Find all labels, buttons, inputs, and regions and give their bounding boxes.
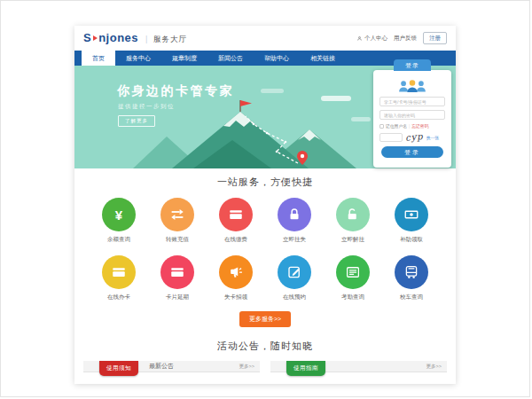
page: Snjones | 服务大厅 个人中心 用户反馈 注册 首页 服务中心 规章制度… bbox=[74, 26, 456, 384]
forgot-password-link[interactable]: 忘记密码 bbox=[411, 123, 428, 129]
service-report-loss[interactable]: 立即挂失 bbox=[265, 198, 324, 244]
megaphone-icon bbox=[228, 264, 244, 280]
service-school-bus-inquiry[interactable]: 校车查询 bbox=[382, 255, 441, 301]
service-card-extension[interactable]: 卡片延期 bbox=[148, 255, 207, 301]
header-right: 个人中心 用户反馈 注册 bbox=[356, 32, 447, 44]
lock-icon bbox=[286, 207, 302, 223]
captcha-image[interactable]: cyp bbox=[404, 131, 424, 143]
yen-icon: ¥ bbox=[115, 207, 122, 223]
remember-checkbox[interactable] bbox=[379, 124, 384, 129]
bus-icon bbox=[403, 264, 419, 280]
captcha-row: cyp 换一张 bbox=[379, 132, 445, 142]
service-cancel-loss[interactable]: 立即解挂 bbox=[324, 198, 382, 244]
service-circle bbox=[336, 198, 370, 231]
service-circle bbox=[336, 255, 370, 289]
nav-item-home[interactable]: 首页 bbox=[82, 51, 115, 66]
service-label: 立即挂失 bbox=[283, 236, 306, 244]
service-circle bbox=[278, 198, 311, 231]
service-online-card-apply[interactable]: 在线办卡 bbox=[90, 255, 148, 301]
login-options-row: 记住用户名 | 忘记密码 bbox=[379, 123, 445, 129]
service-circle bbox=[395, 198, 428, 231]
service-circle: ¥ bbox=[102, 198, 136, 231]
unlock-icon bbox=[345, 207, 361, 223]
list-icon bbox=[345, 264, 361, 280]
service-label: 余额查询 bbox=[107, 236, 130, 244]
guide-panel: 使用指南 更多>> bbox=[270, 361, 447, 384]
remember-label: 记住用户名 bbox=[386, 123, 407, 129]
service-label: 在线预约 bbox=[283, 293, 306, 301]
banknote-icon bbox=[403, 207, 419, 223]
announcement-panels: 使用须知 最新公告 更多>> 使用指南 更多>> bbox=[74, 353, 456, 384]
notice-panel: 使用须知 最新公告 更多>> bbox=[83, 361, 260, 384]
nav-item-links[interactable]: 相关链接 bbox=[300, 51, 346, 66]
service-balance-inquiry[interactable]: ¥ 余额查询 bbox=[90, 198, 148, 244]
service-circle bbox=[278, 255, 311, 289]
nav-item-help[interactable]: 帮助中心 bbox=[254, 51, 300, 66]
login-tab[interactable]: 登录 bbox=[394, 59, 431, 71]
service-online-payment[interactable]: 在线缴费 bbox=[207, 198, 265, 244]
service-label: 在线办卡 bbox=[107, 293, 130, 301]
announcements-title: 活动公告，随时知晓 bbox=[74, 340, 456, 353]
services-section: 一站服务，方便快捷 ¥ 余额查询 转账充值 bbox=[74, 168, 456, 327]
usage-notice-ribbon-tab[interactable]: 使用须知 bbox=[99, 361, 138, 376]
password-input[interactable] bbox=[379, 110, 445, 120]
card-icon bbox=[228, 207, 244, 223]
captcha-input[interactable] bbox=[379, 133, 403, 142]
personal-center-link[interactable]: 个人中心 bbox=[356, 35, 387, 43]
personal-center-label: 个人中心 bbox=[364, 35, 387, 43]
cloud-icon bbox=[261, 89, 284, 93]
user-feedback-label: 用户反馈 bbox=[394, 35, 417, 43]
notice-more-link[interactable]: 更多>> bbox=[239, 364, 254, 370]
guide-more-link[interactable]: 更多>> bbox=[426, 364, 442, 370]
notice-panel-header: 使用须知 最新公告 更多>> bbox=[83, 361, 260, 372]
top-header: Snjones | 服务大厅 个人中心 用户反馈 注册 bbox=[74, 26, 456, 51]
service-circle bbox=[219, 198, 253, 231]
services-title: 一站服务，方便快捷 bbox=[74, 176, 456, 189]
service-circle bbox=[160, 255, 194, 289]
more-services-button[interactable]: 更多服务>> bbox=[239, 311, 291, 327]
service-circle bbox=[395, 255, 428, 289]
transfer-icon bbox=[169, 207, 185, 223]
latest-announcements-tab[interactable]: 最新公告 bbox=[149, 362, 174, 371]
mountain-illustration-icon bbox=[121, 98, 360, 168]
login-submit-button[interactable]: 登录 bbox=[381, 146, 443, 158]
logo-suffix: njones bbox=[98, 31, 138, 44]
service-subsidy-collect[interactable]: 补助领取 bbox=[382, 198, 441, 244]
service-label: 校车查询 bbox=[400, 293, 423, 301]
service-transfer-recharge[interactable]: 转账充值 bbox=[148, 198, 207, 244]
service-grid: ¥ 余额查询 转账充值 在线缴费 bbox=[74, 198, 456, 301]
usage-guide-ribbon-tab[interactable]: 使用指南 bbox=[286, 361, 325, 376]
register-button[interactable]: 注册 bbox=[423, 32, 447, 44]
announcements-section: 活动公告，随时知晓 使用须知 最新公告 更多>> 使用指南 更多>> bbox=[74, 327, 456, 384]
nav-item-news[interactable]: 新闻公告 bbox=[207, 51, 254, 66]
service-label: 转账充值 bbox=[166, 236, 189, 244]
captcha-refresh-link[interactable]: 换一张 bbox=[426, 135, 439, 140]
users-group-icon bbox=[373, 79, 451, 93]
divider: | bbox=[409, 124, 410, 129]
person-icon bbox=[356, 35, 363, 42]
card-icon bbox=[169, 264, 185, 280]
pencil-icon bbox=[286, 264, 302, 280]
user-feedback-link[interactable]: 用户反馈 bbox=[394, 35, 417, 43]
service-label: 卡片延期 bbox=[166, 293, 189, 301]
logo: Snjones | 服务大厅 bbox=[83, 31, 187, 45]
guide-panel-header: 使用指南 更多>> bbox=[270, 361, 447, 372]
username-input[interactable] bbox=[379, 97, 445, 106]
service-circle bbox=[102, 255, 136, 289]
nav-item-service-center[interactable]: 服务中心 bbox=[115, 51, 161, 66]
service-label: 补助领取 bbox=[400, 236, 423, 244]
service-lost-card-claim[interactable]: 失卡招领 bbox=[207, 255, 265, 301]
nav-item-rules[interactable]: 规章制度 bbox=[161, 51, 207, 66]
logo-arrow-icon bbox=[93, 35, 98, 41]
logo-divider: | bbox=[145, 35, 148, 43]
logo-prefix: S bbox=[83, 31, 91, 44]
service-circle bbox=[160, 198, 194, 231]
service-attendance-inquiry[interactable]: 考勤查询 bbox=[324, 255, 382, 301]
service-label: 立即解挂 bbox=[341, 236, 364, 244]
card-icon bbox=[111, 264, 127, 280]
login-panel: 登录 记住用户名 | 忘记密码 cyp 换一张 登录 bbox=[373, 70, 451, 168]
service-online-booking[interactable]: 在线预约 bbox=[265, 255, 324, 301]
service-label: 失卡招领 bbox=[224, 293, 247, 301]
screenshot-frame: Snjones | 服务大厅 个人中心 用户反馈 注册 首页 服务中心 规章制度… bbox=[0, 0, 530, 397]
service-label: 在线缴费 bbox=[224, 236, 247, 244]
